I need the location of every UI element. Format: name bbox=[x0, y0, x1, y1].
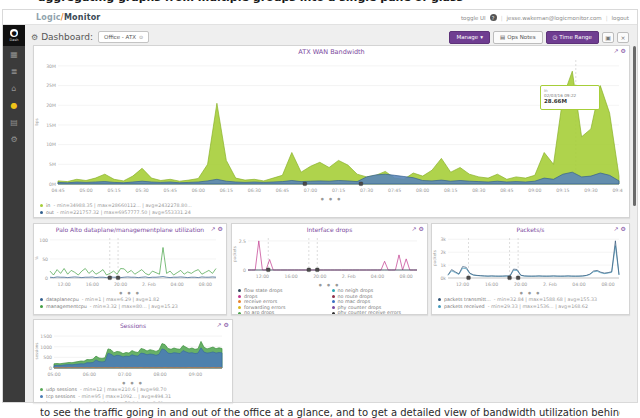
widget-packets-per-second: Packets/s ↗⚙ 0k1k2k3k12:0016:0020:002. F… bbox=[431, 223, 630, 315]
sidebar-item-reports[interactable]: ▤ bbox=[3, 114, 25, 131]
legend-item[interactable]: in- min=34988.35 | max=28660112... | avg… bbox=[40, 202, 625, 209]
wan-legend: in- min=34988.35 | max=28660112... | avg… bbox=[34, 202, 629, 217]
sessions-chart[interactable]: 05001000150005:0006:0007:0008:0009:00ses… bbox=[34, 331, 226, 377]
logicmonitor-logo[interactable]: Logic/Monitor bbox=[36, 13, 101, 22]
legend-item[interactable]: no arp drops bbox=[238, 310, 330, 315]
svg-text:20:00: 20:00 bbox=[313, 274, 326, 279]
expand-icon[interactable]: ↗ bbox=[217, 321, 222, 328]
svg-text:09:45: 09:45 bbox=[612, 188, 623, 193]
svg-text:09:00: 09:00 bbox=[189, 372, 202, 377]
toggle-ui-link[interactable]: toggle UI bbox=[461, 15, 486, 21]
widget-gear-icon[interactable]: ⚙ bbox=[621, 47, 626, 54]
svg-text:04:00: 04:00 bbox=[572, 282, 585, 287]
legend-series-name: managementcpu bbox=[46, 303, 87, 310]
legend-series-name: packets transmitt... bbox=[444, 296, 491, 303]
svg-text:1500: 1500 bbox=[40, 334, 52, 339]
sidebar-item-dash[interactable]: ● Dash bbox=[3, 25, 25, 46]
svg-text:04:45: 04:45 bbox=[51, 188, 64, 193]
svg-text:08:45: 08:45 bbox=[500, 188, 513, 193]
sidebar-item-alerts[interactable]: ● bbox=[3, 97, 25, 114]
legend-color-dot bbox=[40, 402, 43, 403]
interface-drops-chart[interactable]: 02.512:0016:0020:002. Feb04:0008:00packe… bbox=[232, 235, 421, 279]
logicmonitor-app-window: Logic/Monitor toggle UI ? | jesse.wakema… bbox=[2, 9, 638, 403]
expand-icon[interactable]: ↗ bbox=[412, 225, 417, 232]
document-body-fragment: to see the traffic going in and out of t… bbox=[40, 404, 620, 418]
legend-item[interactable]: tcp sessions- min=95 | max=1092... | avg… bbox=[40, 393, 228, 400]
svg-text:09:30: 09:30 bbox=[584, 188, 597, 193]
tab-options-icon[interactable]: ⊙ bbox=[139, 34, 143, 40]
scrollbar[interactable] bbox=[633, 46, 636, 206]
svg-text:0: 0 bbox=[45, 276, 48, 281]
svg-text:15M: 15M bbox=[46, 123, 56, 128]
widget-title: ATX WAN Bandwidth ↗⚙ bbox=[34, 46, 629, 57]
close-button[interactable]: × bbox=[617, 32, 629, 43]
legend-color-dot bbox=[40, 388, 43, 391]
document-page: { "doc": { "top_fragment": "aggregating … bbox=[0, 0, 640, 418]
sidebar-item-devices[interactable]: ≣ bbox=[3, 63, 25, 80]
legend-item[interactable]: udp sessions- min=12 | max=210.6 | avg=9… bbox=[40, 386, 228, 393]
svg-text:0: 0 bbox=[243, 268, 246, 273]
widget-title: Packets/s ↗⚙ bbox=[432, 224, 629, 235]
legend-color-dot bbox=[238, 312, 241, 315]
expand-icon[interactable]: ↗ bbox=[211, 225, 216, 232]
user-email-link[interactable]: jesse.wakeman@logicmonitor.com bbox=[507, 15, 602, 21]
svg-text:05:00: 05:00 bbox=[79, 188, 92, 193]
legend-item[interactable]: phy counter receive errors bbox=[332, 310, 424, 315]
sidebar-item-settings[interactable]: ⚙ bbox=[3, 131, 25, 148]
legend-color-dot bbox=[332, 300, 335, 303]
wan-bandwidth-chart[interactable]: 0M5M10M15M20M25M30M04:4505:0005:1505:300… bbox=[34, 57, 623, 193]
expand-icon[interactable]: ↗ bbox=[614, 225, 619, 232]
svg-text:20:00: 20:00 bbox=[114, 282, 127, 287]
svg-text:12:00: 12:00 bbox=[57, 282, 70, 287]
sidebar-item-dashboards[interactable]: ▦ bbox=[3, 46, 25, 63]
ops-notes-button[interactable]: ▤ Ops Notes bbox=[493, 31, 543, 44]
legend-color-dot bbox=[238, 300, 241, 303]
legend-item[interactable]: out- min=221757.32 | max=6957777.50 | av… bbox=[40, 209, 625, 216]
expand-icon[interactable]: ↗ bbox=[614, 47, 619, 54]
svg-text:100: 100 bbox=[39, 238, 48, 243]
svg-text:0: 0 bbox=[49, 366, 52, 371]
svg-text:06:45: 06:45 bbox=[276, 188, 289, 193]
widget-sessions: Sessions ↗⚙ 05001000150005:0006:0007:000… bbox=[33, 319, 233, 403]
legend-series-stats: - min=34988.35 | max=28660112... | avg=2… bbox=[53, 202, 191, 209]
svg-text:500: 500 bbox=[43, 355, 52, 360]
sidebar-item-services[interactable]: ⌂ bbox=[3, 80, 25, 97]
legend-item[interactable]: dataplanecpu- min=1 | max=6.29 | avg=1.8… bbox=[40, 296, 222, 303]
legend-item[interactable]: packets received- min=29.33 | max=1536..… bbox=[438, 303, 625, 310]
dash-logo-icon: ● bbox=[10, 29, 18, 37]
svg-text:08:00: 08:00 bbox=[153, 372, 166, 377]
svg-text:2.5: 2.5 bbox=[239, 239, 246, 244]
packets-chart[interactable]: 0k1k2k3k12:0016:0020:002. Feb04:0008:00p… bbox=[432, 235, 623, 287]
legend-item[interactable]: managementcpu- min=3.32 | max=80... | av… bbox=[40, 303, 222, 310]
svg-text:20:00: 20:00 bbox=[514, 282, 527, 287]
palo-alto-chart[interactable]: 05010012:0016:0020:002. Feb04:0008:00% bbox=[34, 235, 220, 287]
widget-title: Sessions ↗⚙ bbox=[34, 320, 232, 331]
widget-gear-icon[interactable]: ⚙ bbox=[224, 321, 229, 328]
legend-series-name: in bbox=[46, 202, 50, 209]
legend-item[interactable]: packets transmitt...- min=32.84 | max=15… bbox=[438, 296, 625, 303]
widget-palo-alto-utilization: Palo Alto dataplane/managementplane util… bbox=[33, 223, 227, 315]
popout-button[interactable]: ▣ bbox=[602, 32, 614, 43]
legend-series-name: phy counter receive errors bbox=[338, 310, 402, 315]
widget-interface-drops: Interface drops ↗⚙ 02.512:0016:0020:002.… bbox=[231, 223, 428, 315]
widget-gear-icon[interactable]: ⚙ bbox=[218, 225, 223, 232]
svg-text:07:45: 07:45 bbox=[388, 188, 401, 193]
logout-link[interactable]: logout bbox=[612, 15, 629, 21]
svg-text:08:00: 08:00 bbox=[416, 188, 429, 193]
time-range-button[interactable]: ◷ Time Range bbox=[546, 31, 599, 44]
dashboard-gear-icon[interactable]: ⚙ bbox=[31, 33, 38, 42]
help-icon[interactable]: ? bbox=[490, 14, 497, 21]
svg-text:sessions: sessions bbox=[34, 343, 39, 360]
widget-title: Interface drops ↗⚙ bbox=[232, 224, 427, 235]
svg-text:05:45: 05:45 bbox=[164, 188, 177, 193]
legend-item[interactable]: icmp sessio...- min=0.4 | max=58.9 | avg… bbox=[40, 400, 228, 403]
svg-text:12:00: 12:00 bbox=[456, 282, 469, 287]
widget-gear-icon[interactable]: ⚙ bbox=[419, 225, 424, 232]
app-header: Logic/Monitor toggle UI ? | jesse.wakema… bbox=[3, 10, 637, 25]
dashboard-tab-office-atx[interactable]: Office - ATX ⊙ bbox=[98, 31, 149, 43]
widget-gear-icon[interactable]: ⚙ bbox=[621, 225, 626, 232]
svg-text:0k: 0k bbox=[440, 276, 446, 281]
svg-text:2k: 2k bbox=[440, 250, 446, 255]
manage-button[interactable]: Manage ▾ bbox=[449, 31, 490, 44]
legend-series-stats: - min=0.4 | max=58.9 | avg=8.69 bbox=[81, 400, 163, 403]
